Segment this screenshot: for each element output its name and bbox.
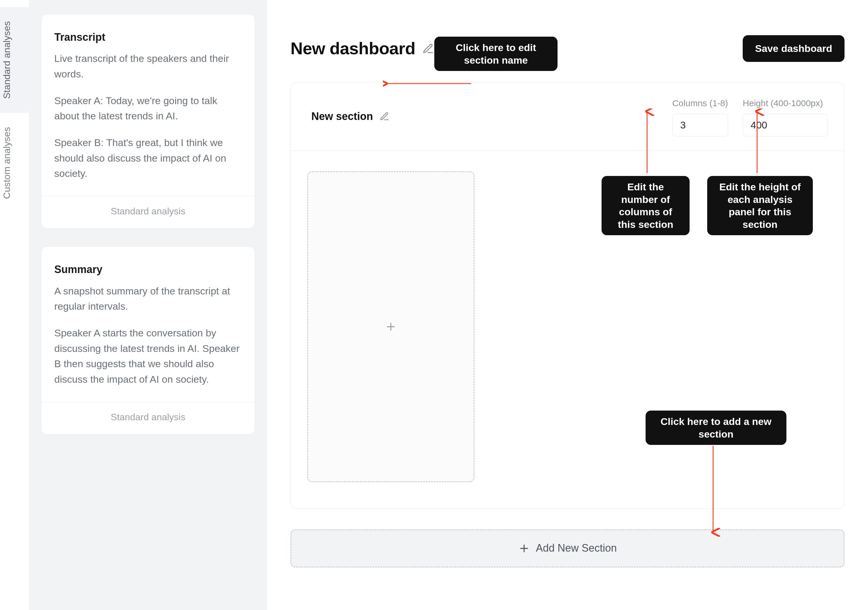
summary-paragraph: Speaker A starts the conversation by dis… xyxy=(54,325,242,387)
section-name-wrap: New section xyxy=(312,109,660,124)
height-label: Height (400-1000px) xyxy=(743,97,828,110)
edit-dashboard-title-button[interactable] xyxy=(422,43,434,54)
height-input[interactable] xyxy=(743,114,828,136)
analysis-card-title: Transcript xyxy=(54,29,242,45)
analysis-card-footer: Standard analysis xyxy=(41,402,255,424)
plus-icon xyxy=(385,321,397,333)
add-panel-slot[interactable] xyxy=(307,171,474,482)
section-controls: Columns (1-8) Height (400-1000px) xyxy=(672,97,828,136)
columns-field: Columns (1-8) xyxy=(672,97,728,136)
analyses-tab-rail: Standard analyses Custom analyses xyxy=(0,0,29,610)
dashboard-title: New dashboard xyxy=(290,36,415,61)
app-root: Standard analyses Custom analyses Transc… xyxy=(0,0,868,610)
pencil-icon xyxy=(422,43,434,54)
add-new-section-button[interactable]: Add New Section xyxy=(290,529,845,567)
height-field: Height (400-1000px) xyxy=(743,97,828,136)
edit-section-name-button[interactable] xyxy=(380,111,389,121)
analysis-card-desc: Live transcript of the speakers and thei… xyxy=(54,51,242,82)
section-header: New section Columns (1-8) Height (400-10… xyxy=(291,83,844,151)
analysis-card-transcript[interactable]: Transcript Live transcript of the speake… xyxy=(41,14,255,229)
analysis-card-title: Summary xyxy=(54,262,242,277)
analysis-card-body: Speaker A: Today, we're going to talk ab… xyxy=(54,93,242,181)
columns-label: Columns (1-8) xyxy=(672,97,728,110)
transcript-line: Speaker A: Today, we're going to talk ab… xyxy=(54,93,242,124)
add-new-section-label: Add New Section xyxy=(536,540,617,556)
dashboard-editor: New dashboard Save dashboard New section xyxy=(267,0,868,610)
section-name: New section xyxy=(312,109,373,124)
analysis-card-footer: Standard analysis xyxy=(41,196,255,218)
tab-standard-analyses[interactable]: Standard analyses xyxy=(0,7,29,113)
save-dashboard-button[interactable]: Save dashboard xyxy=(743,35,845,62)
dashboard-header: New dashboard Save dashboard xyxy=(290,35,845,62)
pencil-icon xyxy=(380,111,389,121)
dashboard-title-wrap: New dashboard xyxy=(290,36,434,61)
analysis-card-desc: A snapshot summary of the transcript at … xyxy=(54,283,242,314)
analysis-card-body: Speaker A starts the conversation by dis… xyxy=(54,325,242,387)
plus-icon xyxy=(518,543,530,554)
analyses-sidebar: Transcript Live transcript of the speake… xyxy=(29,0,267,610)
dashboard-section: New section Columns (1-8) Height (400-10… xyxy=(290,82,845,509)
section-body xyxy=(291,151,844,509)
tab-custom-analyses[interactable]: Custom analyses xyxy=(0,113,29,213)
analysis-card-summary[interactable]: Summary A snapshot summary of the transc… xyxy=(41,246,255,435)
transcript-line: Speaker B: That's great, but I think we … xyxy=(54,135,242,181)
columns-input[interactable] xyxy=(672,114,728,136)
